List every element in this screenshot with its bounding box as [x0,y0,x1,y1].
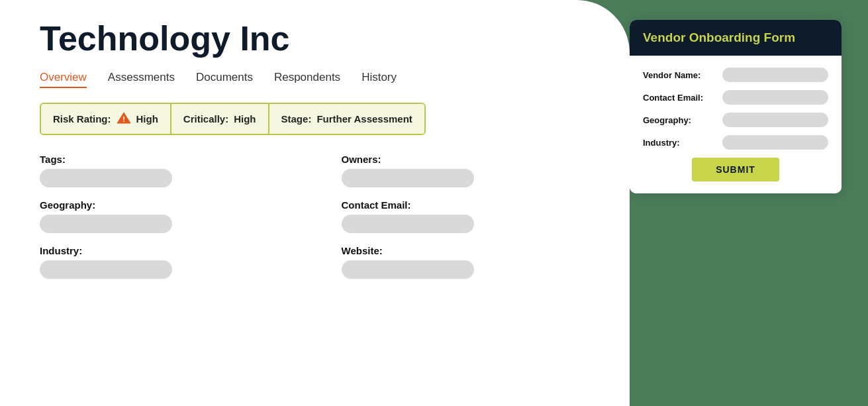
vendor-form-card: Vendor Onboarding Form Vendor Name: Cont… [630,20,842,193]
vendor-name-input[interactable] [722,68,828,82]
industry-label: Industry: [40,245,302,256]
form-contact-email-input[interactable] [722,90,828,105]
right-panel: Vendor Onboarding Form Vendor Name: Cont… [630,0,868,406]
contact-email-label: Contact Email: [342,199,604,211]
svg-text:!: ! [122,115,125,123]
tab-respondents[interactable]: Respondents [274,71,340,88]
tab-overview[interactable]: Overview [40,71,87,88]
contact-email-input[interactable] [342,215,474,233]
vendor-form-title: Vendor Onboarding Form [630,20,842,56]
website-input[interactable] [342,260,474,279]
geography-label: Geography: [40,199,302,211]
form-industry-input[interactable] [722,135,828,150]
form-contact-email-label: Contact Email: [643,93,716,103]
nav-tabs: Overview Assessments Documents Responden… [40,71,603,88]
form-row-contact-email: Contact Email: [643,90,828,105]
form-geography-input[interactable] [722,113,828,127]
field-tags: Tags: [40,154,302,187]
form-row-vendor-name: Vendor Name: [643,68,828,82]
website-label: Website: [342,245,604,256]
stage-value: Further Assessment [316,113,412,125]
tags-input[interactable] [40,169,172,187]
field-geography: Geography: [40,199,302,233]
vendor-name-label: Vendor Name: [643,70,716,80]
stage-cell: Stage: Further Assessment [269,104,424,134]
status-bar: Risk Rating: ! High Critically: High Sta… [40,103,426,135]
tab-history[interactable]: History [362,71,397,88]
owners-label: Owners: [342,154,604,165]
tab-documents[interactable]: Documents [196,71,253,88]
main-content: Technology Inc Overview Assessments Docu… [0,0,630,406]
owners-input[interactable] [342,169,474,187]
field-contact-email: Contact Email: [342,199,604,233]
geography-input[interactable] [40,215,172,233]
form-geography-label: Geography: [643,115,716,125]
stage-label: Stage: [281,113,312,125]
tab-assessments[interactable]: Assessments [108,71,175,88]
warning-icon: ! [117,111,131,127]
risk-rating-cell: Risk Rating: ! High [41,104,171,134]
risk-rating-value: High [136,113,158,125]
critically-value: High [234,113,256,125]
field-website: Website: [342,245,604,279]
fields-grid: Tags: Geography: Industry: Owners: Conta… [40,154,603,291]
form-industry-label: Industry: [643,138,716,148]
vendor-form-body: Vendor Name: Contact Email: Geography: I… [630,56,842,193]
industry-input[interactable] [40,260,172,279]
critically-cell: Critically: High [171,104,269,134]
submit-button[interactable]: SUBMIT [692,158,779,181]
page-title: Technology Inc [40,20,603,58]
risk-rating-label: Risk Rating: [53,113,111,125]
tags-label: Tags: [40,154,302,165]
critically-label: Critically: [183,113,228,125]
form-row-industry: Industry: [643,135,828,150]
field-industry: Industry: [40,245,302,279]
field-owners: Owners: [342,154,604,187]
form-row-geography: Geography: [643,113,828,127]
